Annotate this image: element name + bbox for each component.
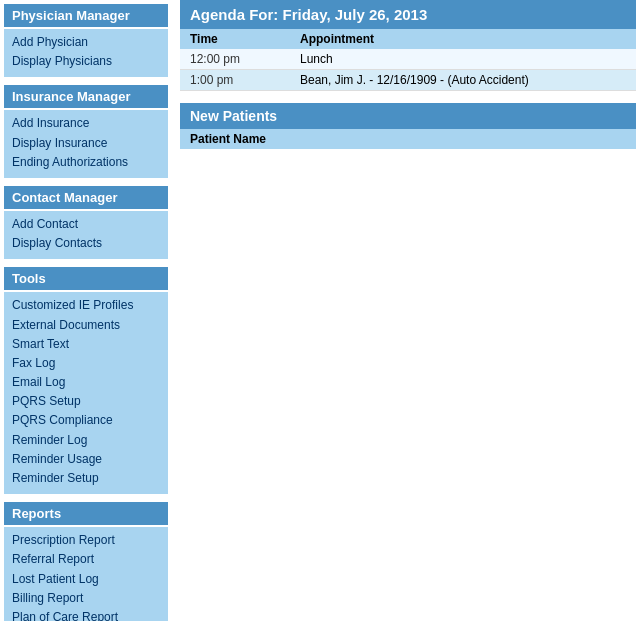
time-cell-2: 1:00 pm [190,73,300,87]
add-insurance-link[interactable]: Add Insurance [12,114,160,133]
email-log-link[interactable]: Email Log [12,373,160,392]
time-cell-1: 12:00 pm [190,52,300,66]
pqrs-compliance-link[interactable]: PQRS Compliance [12,411,160,430]
reports-links: Prescription Report Referral Report Lost… [4,527,168,621]
new-patients-header: New Patients [180,103,636,129]
tools-header: Tools [4,267,168,290]
prescription-report-link[interactable]: Prescription Report [12,531,160,550]
contact-manager-header: Contact Manager [4,186,168,209]
reminder-usage-link[interactable]: Reminder Usage [12,450,160,469]
fax-log-link[interactable]: Fax Log [12,354,160,373]
reminder-log-link[interactable]: Reminder Log [12,431,160,450]
billing-report-link[interactable]: Billing Report [12,589,160,608]
insurance-manager-links: Add Insurance Display Insurance Ending A… [4,110,168,178]
customized-ie-profiles-link[interactable]: Customized IE Profiles [12,296,160,315]
agenda-title: Agenda For: Friday, July 26, 2013 [180,0,636,29]
main-content: Agenda For: Friday, July 26, 2013 Time A… [172,0,644,621]
display-physicians-link[interactable]: Display Physicians [12,52,160,71]
appointment-table-header: Time Appointment [180,29,636,49]
add-physician-link[interactable]: Add Physician [12,33,160,52]
smart-text-link[interactable]: Smart Text [12,335,160,354]
appt-cell-1: Lunch [300,52,626,66]
contact-manager-links: Add Contact Display Contacts [4,211,168,259]
time-column-header: Time [190,32,300,46]
add-contact-link[interactable]: Add Contact [12,215,160,234]
plan-of-care-report-link[interactable]: Plan of Care Report [12,608,160,621]
appointment-row-1: 12:00 pm Lunch [180,49,636,70]
insurance-manager-header: Insurance Manager [4,85,168,108]
appointment-column-header: Appointment [300,32,626,46]
tools-links: Customized IE Profiles External Document… [4,292,168,494]
sidebar: Physician Manager Add Physician Display … [0,0,172,621]
appt-cell-2: Bean, Jim J. - 12/16/1909 - (Auto Accide… [300,73,626,87]
physician-manager-links: Add Physician Display Physicians [4,29,168,77]
external-documents-link[interactable]: External Documents [12,316,160,335]
patient-name-column-header: Patient Name [180,129,636,149]
reminder-setup-link[interactable]: Reminder Setup [12,469,160,488]
display-contacts-link[interactable]: Display Contacts [12,234,160,253]
lost-patient-log-link[interactable]: Lost Patient Log [12,570,160,589]
appointment-row-2: 1:00 pm Bean, Jim J. - 12/16/1909 - (Aut… [180,70,636,91]
reports-header: Reports [4,502,168,525]
physician-manager-header: Physician Manager [4,4,168,27]
pqrs-setup-link[interactable]: PQRS Setup [12,392,160,411]
display-insurance-link[interactable]: Display Insurance [12,134,160,153]
ending-authorizations-link[interactable]: Ending Authorizations [12,153,160,172]
referral-report-link[interactable]: Referral Report [12,550,160,569]
